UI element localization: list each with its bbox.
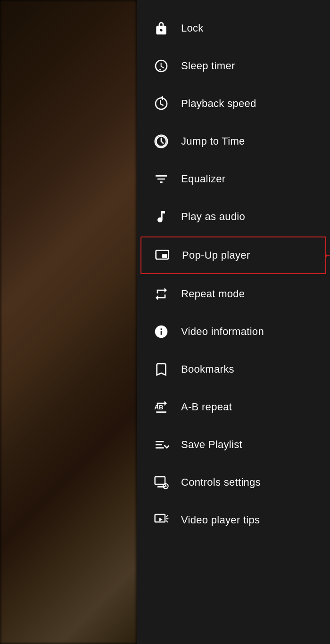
controls-settings-icon — [151, 472, 172, 493]
svg-text:AB: AB — [154, 404, 164, 411]
menu-label-jump-to-time: Jump to Time — [181, 135, 245, 147]
menu-item-lock[interactable]: Lock — [137, 9, 330, 47]
menu-item-jump-to-time[interactable]: Jump to Time — [137, 122, 330, 160]
menu-label-save-playlist: Save Playlist — [181, 439, 242, 451]
menu-item-repeat-mode[interactable]: Repeat mode — [137, 275, 330, 313]
sleep-timer-icon: z — [151, 56, 172, 76]
jump-time-icon — [151, 131, 172, 152]
lock-icon — [151, 18, 172, 39]
menu-item-controls-settings[interactable]: Controls settings — [137, 464, 330, 501]
ab-repeat-icon: AB — [151, 397, 172, 417]
menu-label-lock: Lock — [181, 22, 204, 34]
menu-label-repeat-mode: Repeat mode — [181, 288, 245, 300]
menu-label-video-information: Video information — [181, 326, 264, 338]
bookmark-icon — [151, 359, 172, 380]
info-icon — [151, 321, 172, 342]
menu-label-popup-player: Pop-Up player — [182, 249, 250, 261]
menu-label-controls-settings: Controls settings — [181, 476, 261, 489]
menu-item-video-information[interactable]: Video information — [137, 313, 330, 351]
menu-item-video-player-tips[interactable]: Video player tips — [137, 501, 330, 539]
menu-item-bookmarks[interactable]: Bookmarks — [137, 351, 330, 388]
red-arrow-indicator: ← — [322, 248, 330, 263]
menu-item-ab-repeat[interactable]: AB A-B repeat — [137, 388, 330, 426]
repeat-icon — [151, 284, 172, 304]
menu-label-ab-repeat: A-B repeat — [181, 401, 232, 413]
equalizer-icon — [151, 169, 172, 189]
save-playlist-icon — [151, 434, 172, 455]
menu-label-play-as-audio: Play as audio — [181, 211, 245, 223]
play-audio-icon — [151, 206, 172, 227]
menu-label-sleep-timer: Sleep timer — [181, 60, 235, 72]
background-overlay — [0, 0, 137, 644]
menu-item-playback-speed[interactable]: Playback speed — [137, 85, 330, 122]
menu-item-equalizer[interactable]: Equalizer — [137, 160, 330, 198]
context-menu: Lock z Sleep timer Playback speed — [137, 0, 330, 644]
menu-item-save-playlist[interactable]: Save Playlist — [137, 426, 330, 464]
menu-item-popup-player[interactable]: Pop-Up player ← — [140, 236, 326, 274]
tips-icon — [151, 510, 172, 530]
popup-player-icon — [152, 245, 173, 266]
menu-label-playback-speed: Playback speed — [181, 98, 256, 110]
menu-label-equalizer: Equalizer — [181, 173, 225, 185]
svg-rect-4 — [155, 477, 165, 484]
playback-speed-icon — [151, 93, 172, 114]
svg-rect-2 — [162, 254, 167, 258]
menu-label-video-player-tips: Video player tips — [181, 514, 260, 526]
menu-item-play-as-audio[interactable]: Play as audio — [137, 198, 330, 236]
svg-marker-7 — [159, 518, 163, 522]
menu-item-sleep-timer[interactable]: z Sleep timer — [137, 47, 330, 85]
menu-label-bookmarks: Bookmarks — [181, 363, 234, 375]
svg-text:z: z — [159, 67, 161, 73]
